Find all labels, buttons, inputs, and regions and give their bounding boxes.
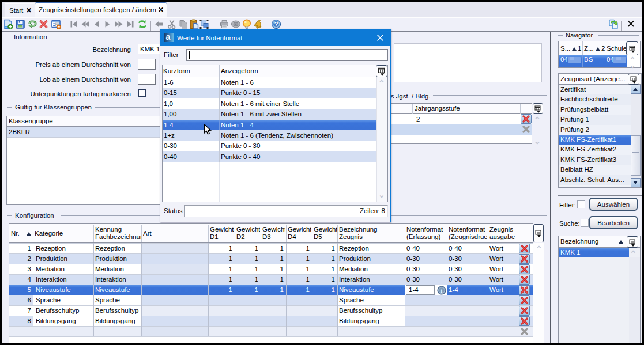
svg-text:?: ?: [274, 21, 278, 28]
svg-text:i: i: [441, 287, 443, 294]
